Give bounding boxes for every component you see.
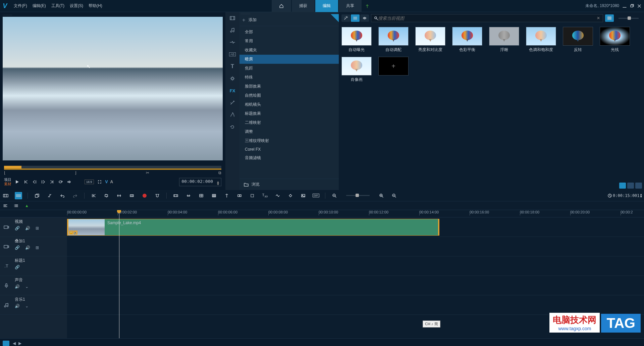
group-icon[interactable] (236, 192, 243, 199)
image-icon[interactable] (300, 192, 307, 199)
track-row-sound[interactable] (67, 276, 644, 295)
volume-icon[interactable]: 🔊 (15, 304, 20, 308)
wand-icon[interactable] (341, 14, 350, 22)
record-button[interactable] (141, 192, 148, 199)
tab-capture[interactable]: 捕获 (292, 0, 315, 12)
zoom-fit-icon[interactable] (128, 192, 136, 199)
volume-icon[interactable]: 🔊 (15, 284, 20, 289)
step-back-button[interactable] (32, 179, 38, 185)
time-ruler[interactable]: 00:00:00:00 00:00:02:00 00:00:04:00 00:0… (67, 210, 644, 217)
stretch-icon[interactable] (115, 192, 123, 199)
menu-help[interactable]: 帮助(H) (89, 3, 102, 9)
preview-mode[interactable]: 项目 素材 (4, 178, 11, 186)
gif-icon[interactable]: GIF (312, 192, 320, 199)
resize-button[interactable] (97, 179, 103, 185)
track-head-video[interactable]: 视频 🔗🔊⊞ (0, 217, 67, 237)
expand-icon[interactable]: ▲ (23, 203, 30, 209)
add-icon[interactable]: + (242, 17, 245, 23)
play-button[interactable] (14, 179, 20, 185)
aspect-ratio[interactable]: 16:9 (85, 180, 94, 184)
export-arrow-icon[interactable] (362, 0, 372, 12)
libtab-ab[interactable]: AB (225, 48, 239, 60)
close-icon[interactable] (637, 4, 641, 8)
list2-icon[interactable] (13, 203, 19, 209)
libtab-refresh[interactable] (225, 121, 239, 133)
chevron-down-icon[interactable]: ⌄ (25, 304, 29, 308)
cat-item[interactable]: 常用 (239, 37, 339, 46)
tab-share[interactable]: 共享 (339, 0, 362, 12)
grid-icon[interactable]: ⊞ (36, 245, 39, 250)
libtab-audio[interactable] (225, 24, 239, 36)
grid-icon[interactable] (198, 192, 205, 199)
cat-item[interactable]: 自然绘图 (239, 91, 339, 100)
track-row-music[interactable] (67, 295, 644, 315)
duration-display[interactable]: 0:00:15:001 ▲▼ (607, 193, 642, 198)
effect-thumb[interactable]: 自动曝光 (341, 27, 372, 53)
tab-edit[interactable]: 编辑 (315, 0, 338, 12)
scrub-bar[interactable] (4, 166, 221, 169)
zoom-in-icon[interactable] (378, 192, 385, 199)
timecode-stepper[interactable]: ▲▼ (217, 181, 219, 185)
effect-thumb[interactable]: 色彩平衡 (452, 27, 482, 53)
keyframe-icon[interactable] (287, 192, 294, 199)
footer-tab-3[interactable] (635, 183, 642, 189)
libtab-media[interactable] (225, 12, 239, 24)
track-row-video[interactable]: 🔒🔊 Sample_Lake.mp4 (67, 217, 644, 237)
track-row-title[interactable] (67, 256, 644, 276)
scroll-right-icon[interactable]: ▶ (18, 341, 21, 346)
timecode-display[interactable]: 00:00:02:000 ▲▼ (179, 178, 221, 186)
broadcast-icon[interactable] (360, 14, 369, 22)
thumbnail-size-slider[interactable] (619, 18, 639, 19)
go-end-button[interactable] (49, 179, 55, 185)
scroll-left-icon[interactable]: ◀ (13, 341, 16, 346)
t3d-icon[interactable]: T3D (261, 192, 269, 199)
effect-thumb[interactable]: 自动调配 (378, 27, 409, 53)
tab-home[interactable] (272, 0, 291, 12)
loop-button[interactable] (58, 179, 64, 185)
effect-thumb[interactable]: 反转 (563, 27, 593, 53)
cat-item[interactable]: 暗房 (239, 55, 339, 64)
libtab-fx[interactable]: FX (225, 85, 239, 97)
cat-item[interactable]: 脸部效果 (239, 82, 339, 91)
cat-item[interactable]: 二维映射 (239, 118, 339, 127)
libtab-motion[interactable] (225, 97, 239, 109)
cat-item[interactable]: 全部 (239, 28, 339, 37)
volume-icon[interactable]: 🔊 (25, 226, 30, 231)
video-clip[interactable]: 🔒🔊 Sample_Lake.mp4 (67, 219, 439, 236)
grid-icon[interactable]: ⊞ (36, 226, 39, 231)
snap-icon[interactable] (154, 192, 161, 199)
duplicate-icon[interactable] (33, 192, 41, 199)
link-icon[interactable]: 🔗 (15, 265, 20, 269)
mark-in-icon[interactable]: ⌊ (4, 170, 6, 175)
menu-settings[interactable]: 设置(S) (70, 3, 83, 9)
footer-tab-1[interactable] (619, 183, 626, 189)
libtab-title[interactable]: T (225, 60, 239, 72)
ime-indicator[interactable]: CH ♪ 简 (423, 320, 440, 328)
footer-tab-2[interactable] (627, 183, 634, 189)
cat-item[interactable]: 相机镜头 (239, 100, 339, 109)
libtab-path[interactable] (225, 109, 239, 121)
tool-icon[interactable] (46, 192, 53, 199)
align-left-icon[interactable] (2, 203, 9, 209)
split-icon[interactable]: ✂ (146, 170, 149, 175)
track-head-music[interactable]: 音乐1 🔊⌄ (0, 295, 67, 315)
go-start-icon[interactable] (90, 192, 97, 199)
link-icon[interactable]: 🔗 (15, 245, 20, 250)
track-head-title[interactable]: .T 标题1 🔗 (0, 256, 67, 276)
fit-icon[interactable] (390, 192, 398, 199)
step-fwd-button[interactable] (40, 179, 46, 185)
clip-icon[interactable] (172, 192, 179, 199)
track-row-overlay[interactable] (67, 237, 644, 256)
browse-label[interactable]: 浏览 (252, 182, 260, 187)
zoom-out-icon[interactable] (331, 192, 338, 199)
playhead[interactable] (119, 210, 119, 338)
track-head-sound[interactable]: 声音 🔊⌄ (0, 276, 67, 295)
va-toggle[interactable]: V A (105, 180, 114, 184)
crop-icon[interactable] (103, 192, 110, 199)
add-effect-button[interactable]: + (378, 57, 409, 83)
pin-icon[interactable] (331, 14, 339, 22)
duration-stepper[interactable]: ▲▼ (640, 193, 642, 198)
table-icon[interactable] (210, 192, 218, 199)
redo-button[interactable] (71, 192, 79, 199)
cat-item[interactable]: 调整 (239, 127, 339, 136)
